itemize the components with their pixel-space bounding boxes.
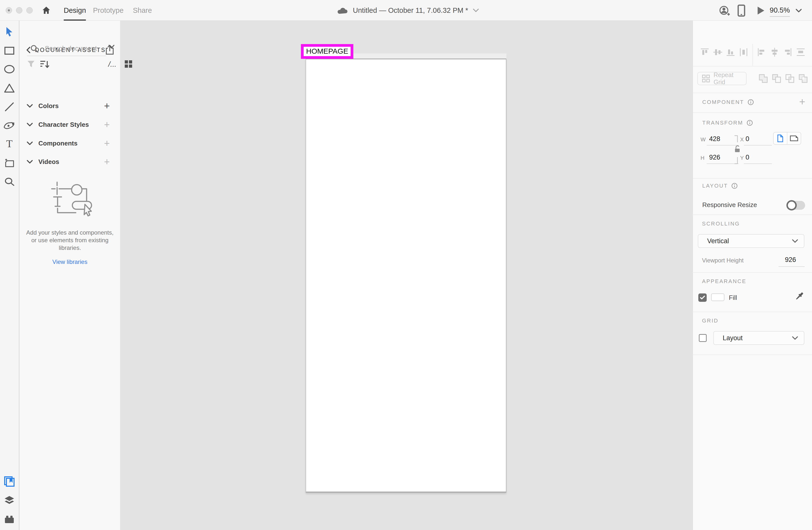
viewport-height-label: Viewport Height (702, 257, 744, 264)
tab-share[interactable]: Share (133, 0, 152, 21)
viewport-underline (779, 266, 804, 267)
empty-text-line2: or use elements from existing (20, 236, 120, 244)
share-user-icon[interactable] (719, 5, 731, 17)
appearance-header-label: APPEARANCE (702, 278, 746, 285)
fill-label: Fill (729, 294, 737, 302)
grid-section-header: GRID (702, 318, 719, 324)
align-center-icon[interactable] (770, 47, 780, 57)
lock-aspect-ratio[interactable] (731, 134, 741, 165)
section-label: Videos (39, 158, 59, 166)
assets-section-colors[interactable]: Colors + (20, 99, 120, 113)
y-input[interactable]: 0 (745, 154, 749, 161)
info-icon[interactable] (746, 120, 753, 126)
svg-text:T: T (6, 139, 13, 149)
responsive-resize-toggle[interactable] (787, 201, 805, 210)
landscape-orientation-button[interactable] (787, 132, 801, 144)
artboard-title-highlight[interactable]: HOMEPAGE (301, 44, 353, 59)
orientation-switcher (773, 132, 801, 145)
assets-section-videos[interactable]: Videos + (20, 155, 120, 169)
search-scope-chevron-icon[interactable] (108, 44, 115, 49)
add-color-button[interactable]: + (104, 101, 110, 111)
scrolling-dropdown-value: Vertical (707, 237, 729, 245)
y-underline (744, 163, 772, 164)
chevron-down-icon (473, 9, 479, 12)
list-view-icon[interactable]: /... (108, 60, 116, 69)
width-input[interactable]: 428 (709, 135, 720, 143)
filter-icon[interactable] (27, 60, 35, 69)
artboard-homepage[interactable] (306, 59, 506, 492)
document-title: Untitled — October 11, 7.06.32 PM * (353, 6, 468, 15)
tab-share-label: Share (133, 6, 152, 15)
align-right-icon[interactable] (783, 47, 793, 57)
boolean-union-icon[interactable] (758, 73, 769, 84)
x-input[interactable]: 0 (745, 135, 749, 143)
select-tool[interactable] (4, 27, 14, 38)
add-component-state-button[interactable]: + (799, 96, 806, 108)
repeat-grid-button[interactable]: Repeat Grid (697, 72, 746, 85)
boolean-subtract-icon[interactable] (771, 73, 782, 84)
chevron-down-icon (27, 141, 33, 145)
align-middle-icon[interactable] (713, 47, 723, 57)
fill-color-swatch[interactable] (711, 293, 724, 301)
scrolling-dropdown[interactable]: Vertical (698, 234, 804, 248)
responsive-resize-label: Responsive Resize (702, 201, 757, 209)
add-character-style-button[interactable]: + (104, 120, 110, 129)
viewport-height-input[interactable]: 926 (785, 256, 796, 264)
appearance-section-header: APPEARANCE (702, 278, 746, 285)
height-input[interactable]: 926 (709, 154, 720, 161)
align-top-icon[interactable] (700, 47, 710, 57)
tool-bar: T (0, 21, 19, 530)
artboard-title[interactable]: HOMEPAGE (304, 47, 351, 56)
tab-prototype[interactable]: Prototype (93, 0, 124, 21)
eyedropper-icon[interactable] (793, 290, 805, 302)
distribute-vertical-icon[interactable] (796, 47, 806, 57)
cloud-icon (337, 6, 348, 15)
info-icon[interactable] (731, 183, 738, 189)
search-underline (27, 56, 106, 56)
window-zoom-button[interactable] (26, 7, 33, 14)
device-preview-icon[interactable] (737, 4, 746, 17)
window-close-button[interactable] (6, 7, 12, 14)
sort-icon[interactable] (39, 60, 50, 69)
search-input[interactable]: Search document (27, 42, 113, 56)
line-tool[interactable] (4, 102, 15, 112)
assets-section-character-styles[interactable]: Character Styles + (20, 118, 120, 131)
polygon-tool[interactable] (4, 83, 15, 93)
ellipse-tool[interactable] (4, 65, 15, 74)
rectangle-tool[interactable] (4, 46, 15, 55)
portrait-orientation-button[interactable] (773, 132, 787, 144)
tab-prototype-label: Prototype (93, 6, 124, 15)
add-component-button[interactable]: + (104, 138, 110, 148)
fill-checkbox[interactable] (698, 293, 707, 302)
assets-section-components[interactable]: Components + (20, 137, 120, 150)
artboard-tool[interactable] (4, 158, 15, 168)
boolean-exclude-icon[interactable] (797, 73, 809, 84)
boolean-intersect-icon[interactable] (784, 73, 796, 84)
grid-checkbox[interactable] (699, 334, 707, 342)
add-video-button[interactable]: + (104, 157, 110, 167)
align-bottom-icon[interactable] (726, 47, 736, 57)
empty-text-line1: Add your styles and components, (20, 229, 120, 236)
grid-type-dropdown[interactable]: Layout (713, 331, 804, 345)
text-tool[interactable]: T (4, 139, 15, 149)
grid-view-icon[interactable] (124, 60, 133, 69)
window-minimize-button[interactable] (16, 7, 23, 14)
home-icon[interactable] (41, 5, 51, 15)
pen-tool[interactable] (4, 120, 15, 131)
empty-state-text: Add your styles and components, or use e… (20, 229, 120, 252)
view-libraries-link[interactable]: View libraries (20, 258, 120, 266)
plugins-icon[interactable] (4, 515, 15, 524)
layout-section-header: LAYOUT (702, 183, 738, 189)
zoom-tool[interactable] (4, 177, 15, 187)
chevron-down-icon (27, 123, 33, 127)
play-icon[interactable] (755, 5, 766, 16)
zoom-chevron-icon[interactable] (795, 9, 802, 13)
document-title-bar[interactable]: Untitled — October 11, 7.06.32 PM * (337, 0, 479, 21)
info-icon[interactable] (748, 99, 754, 105)
layers-icon[interactable] (4, 496, 15, 505)
align-left-icon[interactable] (757, 47, 767, 57)
zoom-level-control[interactable]: 90.5% (770, 6, 790, 17)
libraries-icon[interactable] (4, 476, 15, 487)
tab-design[interactable]: Design (64, 0, 86, 21)
distribute-horizontal-icon[interactable] (739, 47, 749, 57)
